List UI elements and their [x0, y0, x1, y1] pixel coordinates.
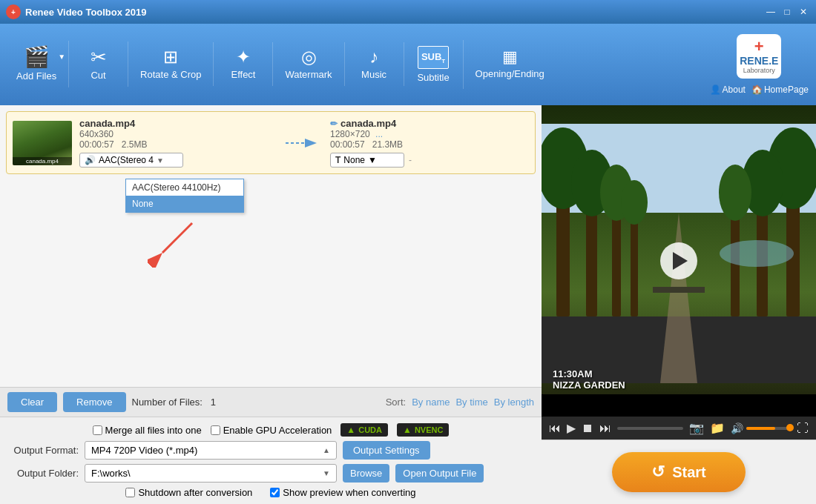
sort-by-time-link[interactable]: By time: [455, 397, 487, 408]
volume-knob[interactable]: [786, 424, 794, 431]
file-item: canada.mp4 canada.mp4 640x360 00:00:57 2…: [6, 111, 536, 174]
cuda-badge[interactable]: ▲ CUDA: [340, 423, 388, 437]
merge-checkbox-label[interactable]: Merge all files into one: [93, 425, 202, 436]
file-input-info: canada.mp4 640x360 00:00:57 2.5MB 🔊 AAC(…: [79, 118, 278, 168]
volume-icon: 🔊: [731, 422, 743, 434]
play-pause-button[interactable]: ▶: [567, 421, 576, 435]
output-settings: Merge all files into one Enable GPU Acce…: [0, 417, 542, 504]
app-icon-symbol: +: [11, 8, 16, 16]
toolbar-item-opening-ending[interactable]: ▦ Opening/Ending: [464, 43, 556, 85]
output-size-val: 21.3MB: [372, 139, 403, 150]
toolbar-item-rotate-crop[interactable]: ⊞ Rotate & Crop: [128, 42, 214, 86]
format-value: MP4 720P Video (*.mp4): [91, 445, 197, 456]
toolbar-item-add-files[interactable]: 🎬 Add Files ▼: [7, 41, 69, 87]
stop-button[interactable]: ⏹: [582, 422, 593, 435]
audio-icon: 🔊: [85, 155, 96, 165]
app-icon: +: [6, 4, 21, 19]
preview-checkbox-label[interactable]: Show preview when converting: [270, 487, 415, 498]
format-row: Output Format: MP4 720P Video (*.mp4) ▲ …: [12, 441, 530, 460]
volume-bar[interactable]: [746, 427, 791, 430]
shutdown-checkbox-label[interactable]: Shutdown after conversion: [125, 487, 252, 498]
volume-fill: [746, 427, 775, 430]
effect-icon: ✦: [236, 48, 251, 66]
remove-button[interactable]: Remove: [63, 392, 125, 412]
toolbar-item-effect[interactable]: ✦ Effect: [214, 42, 273, 86]
add-files-dropdown-arrow[interactable]: ▼: [56, 53, 65, 76]
file-controls: 🔊 AAC(Stereo 4 ▼: [79, 153, 278, 168]
open-output-button[interactable]: Open Output File: [395, 464, 484, 483]
toolbar-item-music[interactable]: ♪ Music: [345, 42, 404, 86]
subtitle-dropdown-btn[interactable]: T None ▼: [330, 153, 404, 168]
gpu-checkbox[interactable]: [211, 425, 220, 435]
sort-by-length-link[interactable]: By length: [494, 397, 534, 408]
toolbar-item-cut[interactable]: ✂ Cut: [69, 42, 128, 87]
output-settings-button[interactable]: Output Settings: [343, 441, 430, 460]
nvenc-badge[interactable]: ▲ NVENC: [397, 423, 449, 437]
close-btn[interactable]: ✕: [797, 5, 810, 19]
browse-button[interactable]: Browse: [343, 464, 389, 483]
title-left: + Renee Video Toolbox 2019: [6, 4, 147, 19]
clear-button[interactable]: Clear: [7, 392, 57, 412]
file-count-value: 1: [211, 397, 216, 408]
music-icon: ♪: [369, 48, 378, 66]
nvenc-icon: ▲: [403, 425, 412, 435]
audio-dropdown-overlay: AAC(Stereo 44100Hz) None: [125, 179, 244, 213]
opening-ending-icon: ▦: [502, 49, 518, 65]
folder-row: Output Folder: F:\works\ ▼ Browse Open O…: [12, 464, 530, 483]
play-triangle-icon: [673, 252, 688, 270]
start-button[interactable]: ↺ Start: [612, 452, 746, 492]
about-logo: + RENE.E Laboratory: [737, 34, 781, 79]
bottom-controls: Clear Remove Number of Files: 1 Sort: By…: [0, 387, 542, 417]
file-count-label: Number of Files: 1: [132, 397, 216, 408]
fullscreen-button[interactable]: ⛶: [797, 422, 809, 435]
about-link[interactable]: 👤 About: [710, 84, 746, 95]
audio-option-aac[interactable]: AAC(Stereo 44100Hz): [126, 179, 243, 196]
cuda-icon: ▲: [346, 425, 355, 435]
main: canada.mp4 canada.mp4 640x360 00:00:57 2…: [0, 105, 816, 504]
video-preview: 11:30AM NIZZA GARDEN: [542, 105, 816, 417]
svg-point-12: [621, 180, 648, 225]
format-dropdown-arrow-icon: ▲: [323, 446, 330, 454]
play-button[interactable]: [660, 242, 697, 279]
about-links: 👤 About 🏠 HomePage: [710, 84, 809, 95]
toolbar-left: 🎬 Add Files ▼ ✂ Cut ⊞ Rotate & Crop ✦ Ef…: [7, 40, 556, 89]
progress-bar[interactable]: [617, 427, 683, 430]
maximize-btn[interactable]: □: [780, 5, 794, 19]
subtitle-selected-label: None: [343, 155, 365, 165]
subtitle-extra: -: [409, 155, 412, 165]
file-list: canada.mp4 canada.mp4 640x360 00:00:57 2…: [0, 105, 542, 387]
next-button[interactable]: ⏭: [599, 422, 611, 435]
gpu-checkbox-label[interactable]: Enable GPU Acceleration: [211, 425, 332, 436]
about-section: + RENE.E Laboratory 👤 About 🏠 HomePage: [710, 34, 809, 95]
prev-button[interactable]: ⏮: [549, 422, 561, 435]
audio-option-none[interactable]: None: [126, 196, 243, 212]
toolbar-item-watermark[interactable]: ◎ Watermark: [273, 42, 344, 86]
video-location-overlay: NIZZA GARDEN: [553, 379, 625, 391]
video-bottom-bar: [542, 394, 816, 417]
nvenc-label: NVENC: [415, 425, 444, 434]
edit-icon: ✏: [330, 119, 338, 129]
home-icon: 🏠: [751, 84, 763, 95]
effect-label: Effect: [231, 69, 255, 80]
add-files-main[interactable]: 🎬 Add Files: [16, 47, 56, 82]
minimize-btn[interactable]: —: [764, 5, 777, 19]
shutdown-checkbox[interactable]: [125, 488, 135, 497]
folder-input[interactable]: F:\works\ ▼: [85, 464, 337, 483]
screenshot-button[interactable]: 📷: [689, 421, 704, 435]
audio-dropdown-btn[interactable]: 🔊 AAC(Stereo 4 ▼: [79, 153, 183, 168]
merge-checkbox[interactable]: [93, 425, 102, 435]
rotate-crop-label: Rotate & Crop: [140, 69, 201, 80]
toolbar-right: + RENE.E Laboratory 👤 About 🏠 HomePage: [710, 34, 809, 95]
lab-text: Laboratory: [743, 67, 775, 74]
folder-button[interactable]: 📁: [710, 421, 725, 435]
sort-by-name-link[interactable]: By name: [412, 397, 450, 408]
input-dims: 640x360: [79, 129, 278, 139]
format-select[interactable]: MP4 720P Video (*.mp4) ▲: [85, 441, 337, 460]
file-output-info: ✏ canada.mp4 1280×720 ... 00:00:57 21.3M…: [330, 118, 529, 168]
input-duration-val: 00:00:57: [79, 139, 114, 150]
preview-checkbox[interactable]: [270, 488, 280, 497]
homepage-link[interactable]: 🏠 HomePage: [751, 84, 809, 95]
toolbar-item-subtitle[interactable]: SUBT Subtitle: [404, 40, 464, 89]
toolbar: 🎬 Add Files ▼ ✂ Cut ⊞ Rotate & Crop ✦ Ef…: [0, 24, 816, 105]
input-filename: canada.mp4: [79, 118, 278, 129]
